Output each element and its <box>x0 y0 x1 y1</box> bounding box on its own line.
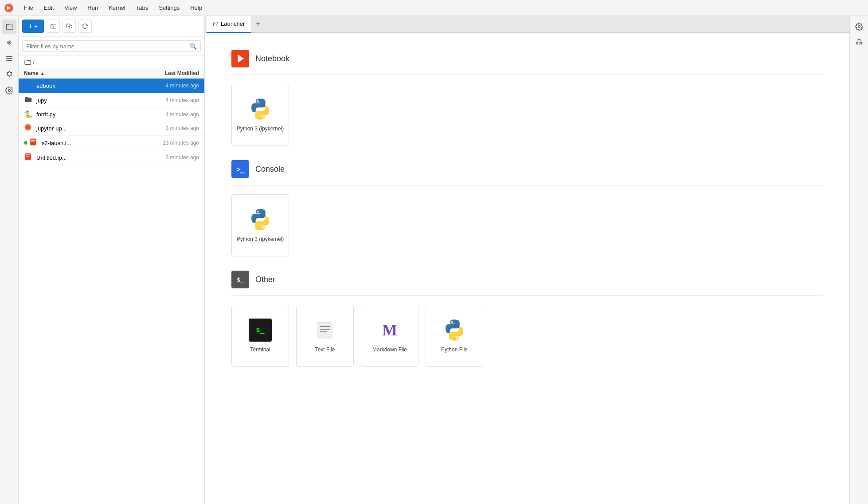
text-file-card[interactable]: Text File <box>296 305 354 367</box>
col-name-header[interactable]: Name ▲ <box>24 70 128 76</box>
file-list: edbook 4 minutes ago jupy 4 minutes ago … <box>19 79 204 504</box>
sort-arrow-icon: ▲ <box>40 71 45 76</box>
notebook-section-icon <box>231 50 249 67</box>
file-name: jupyter-up... <box>36 125 133 132</box>
svg-point-24 <box>858 26 860 28</box>
file-row[interactable]: s2-lausn.i... 13 minutes ago <box>19 136 204 150</box>
file-modified: 3 minutes ago <box>133 125 199 131</box>
main-area: + + <box>0 16 868 504</box>
file-name: s2-lausn.i... <box>42 140 133 146</box>
new-folder-button[interactable] <box>47 20 60 33</box>
filter-input[interactable] <box>26 43 189 50</box>
sidebar-settings-btn[interactable] <box>2 83 16 98</box>
markdown-file-icon: M <box>378 319 401 342</box>
python-logo-other <box>443 319 466 342</box>
svg-rect-14 <box>31 142 35 142</box>
kernel-card-label: Python 3 (ipykernel) <box>237 125 284 133</box>
sidebar-toc-btn[interactable] <box>2 51 16 66</box>
notebook-icon <box>29 138 38 148</box>
svg-rect-20 <box>318 322 332 338</box>
right-settings-btn[interactable] <box>852 20 866 34</box>
file-row[interactable]: edbook 4 minutes ago <box>19 79 204 93</box>
menu-edit[interactable]: Edit <box>39 3 58 13</box>
other-section-header: $_ Other <box>231 271 823 288</box>
menu-tabs[interactable]: Tabs <box>132 3 152 13</box>
other-section-icon: $_ <box>231 271 249 288</box>
python-file-icon: 🐍 <box>24 110 33 118</box>
console-section-title: Console <box>255 165 285 174</box>
menu-help[interactable]: Help <box>186 3 207 13</box>
kernel-card-label: Python 3 (ipykernel) <box>237 236 284 243</box>
menu-settings[interactable]: Settings <box>154 3 184 13</box>
text-file-icon <box>313 319 336 342</box>
col-modified-header[interactable]: Last Modified <box>128 70 199 76</box>
sidebar-files-btn[interactable] <box>2 20 16 34</box>
file-modified: 4 minutes ago <box>133 111 199 118</box>
svg-line-18 <box>215 22 218 24</box>
file-row[interactable]: Untitled.ip... 3 minutes ago <box>19 150 204 165</box>
file-row[interactable]: jupyter-up... 3 minutes ago <box>19 121 204 136</box>
menu-kernel[interactable]: Kernel <box>104 3 130 13</box>
launcher-panel: Notebook <box>205 33 849 504</box>
console-section-icon: >_ <box>231 160 249 178</box>
tab-launcher[interactable]: Launcher <box>207 16 251 33</box>
sidebar-extensions-btn[interactable] <box>2 67 16 82</box>
refresh-button[interactable] <box>78 20 92 33</box>
file-name: jupy <box>36 97 133 104</box>
upload-button[interactable] <box>63 20 76 33</box>
svg-rect-13 <box>31 140 36 141</box>
tab-label: Launcher <box>221 20 245 27</box>
python3-console-card[interactable]: Python 3 (ipykernel) <box>231 194 289 256</box>
new-launcher-button[interactable]: + + <box>22 20 44 33</box>
file-modified: 4 minutes ago <box>133 83 199 89</box>
python-logo-console <box>249 208 272 231</box>
breadcrumb-folder-icon <box>24 59 31 66</box>
svg-point-6 <box>8 90 10 92</box>
file-modified: 3 minutes ago <box>133 154 199 161</box>
search-icon: 🔍 <box>189 43 197 50</box>
filter-bar: 🔍 <box>19 37 204 56</box>
svg-point-11 <box>26 126 30 129</box>
notebook-section-title: Notebook <box>255 54 289 63</box>
svg-line-27 <box>861 42 862 43</box>
svg-point-2 <box>8 42 10 43</box>
file-name: edbook <box>36 83 133 89</box>
folder-icon <box>24 95 33 105</box>
file-modified: 13 minutes ago <box>133 140 199 146</box>
other-section-title: Other <box>255 275 275 284</box>
menu-run[interactable]: Run <box>83 3 102 13</box>
terminal-card-label: Terminal <box>250 346 270 354</box>
notebook-icon <box>24 153 33 162</box>
file-row[interactable]: jupy 4 minutes ago <box>19 93 204 108</box>
new-tab-button[interactable]: + <box>251 18 265 31</box>
python3-notebook-card[interactable]: Python 3 (ipykernel) <box>231 84 289 146</box>
notebook-divider <box>231 75 823 75</box>
sidebar-running-btn[interactable] <box>2 35 16 50</box>
svg-rect-17 <box>26 156 29 157</box>
terminal-card[interactable]: $_ Terminal <box>231 305 289 367</box>
other-divider <box>231 295 823 296</box>
folder-icon <box>24 81 33 91</box>
other-cards: $_ Terminal Text File <box>231 305 823 367</box>
launcher-tab-icon <box>213 21 218 27</box>
svg-marker-19 <box>238 55 244 63</box>
tab-bar: Launcher + <box>205 16 849 33</box>
file-modified: 4 minutes ago <box>133 97 199 103</box>
menu-view[interactable]: View <box>60 3 81 13</box>
breadcrumb-path: / <box>33 59 35 66</box>
right-debug-btn[interactable] <box>852 35 866 50</box>
console-kernels: Python 3 (ipykernel) <box>231 194 823 256</box>
file-row[interactable]: 🐍 forrit.py 4 minutes ago <box>19 108 204 121</box>
file-name: Untitled.ip... <box>36 154 133 161</box>
markdown-file-card[interactable]: M Markdown File <box>361 305 418 367</box>
menu-file[interactable]: File <box>20 3 38 13</box>
python-file-card[interactable]: Python File <box>426 305 483 367</box>
running-indicator <box>24 141 27 145</box>
console-section-header: >_ Console <box>231 160 823 178</box>
new-button-label: + <box>34 23 38 30</box>
svg-line-26 <box>856 42 857 43</box>
file-name: forrit.py <box>36 111 133 118</box>
notebook-kernels: Python 3 (ipykernel) <box>231 84 823 146</box>
icon-sidebar <box>0 16 19 504</box>
text-file-card-label: Text File <box>315 346 335 354</box>
